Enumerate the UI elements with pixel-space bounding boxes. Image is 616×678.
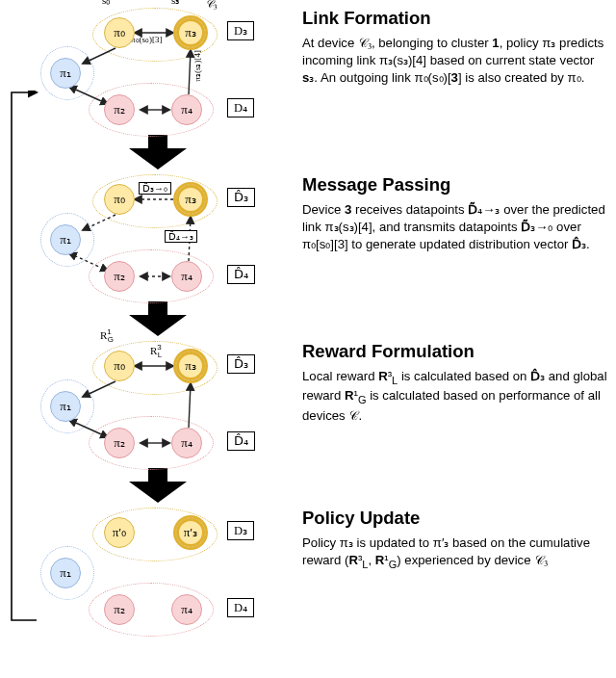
edge-label-p0s03: π₀(s₀)[3] <box>131 35 163 44</box>
node-pi1: π₁ <box>50 558 81 588</box>
dist-D4hat-box: D̂₄ <box>227 431 255 451</box>
stage-link-formation: s₀ s₃ 𝒞₃ π₀(s₀)[3] π₃(s₃)[4] π₀ π₃ π₁ π₂… <box>6 8 610 133</box>
node-pi1: π₁ <box>50 391 81 422</box>
node-pi3: π₃ <box>175 184 206 215</box>
graph-stage1: s₀ s₃ 𝒞₃ π₀(s₀)[3] π₃(s₃)[4] π₀ π₃ π₁ π₂… <box>46 8 268 133</box>
node-pi4: π₄ <box>171 428 202 458</box>
node-pi4: π₄ <box>171 94 202 125</box>
node-pi4: π₄ <box>171 261 202 292</box>
dist-D3hat-box: D̂₃ <box>227 354 255 374</box>
node-pi2: π₂ <box>104 94 135 125</box>
stage1-body: At device 𝒞₃, belonging to cluster 1, po… <box>302 35 610 86</box>
node-pi2: π₂ <box>104 428 135 458</box>
node-pi0-prime: π′₀ <box>104 517 135 548</box>
stage4-heading: Policy Update <box>302 508 610 529</box>
node-pi3-prime: π′₃ <box>175 517 206 548</box>
stage2-heading: Message Passing <box>302 174 610 196</box>
stage4-body: Policy π₃ is updated to π′₃ based on the… <box>302 535 610 571</box>
stage3-body: Local reward R³L is calculated based on … <box>302 368 610 425</box>
reward-global-label: R1G <box>100 327 114 344</box>
device-c3-label: 𝒞₃ <box>206 0 218 11</box>
stage3-heading: Reward Formulation <box>302 341 610 362</box>
graph-stage4: π′₀ π′₃ π₁ π₂ π₄ D₃ D₄ <box>46 508 268 633</box>
dist-D4-box: D₄ <box>227 598 254 617</box>
graph-stage3: R1G R3L π₀ π₃ π₁ π₂ π₄ D̂₃ D̂₄ <box>46 341 268 466</box>
dist-D4hat-box: D̂₄ <box>227 265 255 284</box>
node-pi2: π₂ <box>104 261 135 292</box>
down-arrow-3 <box>129 468 187 503</box>
node-pi3: π₃ <box>175 351 206 381</box>
dist-D4-box: D₄ <box>227 98 254 117</box>
dist-D3hat-box: D̂₃ <box>227 188 255 207</box>
stage-reward-formulation: R1G R3L π₀ π₃ π₁ π₂ π₄ D̂₃ D̂₄ Reward Fo… <box>6 341 610 466</box>
dist-D3-box: D₃ <box>227 21 254 40</box>
stage2-body: Device 3 receives datapoints D̃₄→₃ over … <box>302 201 610 252</box>
stage-message-passing: D̃₃→₀ D̃₄→₃ π₀ π₃ π₁ π₂ π₄ D̂₃ D̂₄ Messa… <box>6 174 610 300</box>
stage1-heading: Link Formation <box>302 8 610 29</box>
graph-stage2: D̃₃→₀ D̃₄→₃ π₀ π₃ π₁ π₂ π₄ D̂₃ D̂₄ <box>46 174 268 300</box>
node-pi2: π₂ <box>104 594 135 625</box>
dist-D3-box: D₃ <box>227 521 254 540</box>
node-pi4: π₄ <box>171 594 202 625</box>
state-s3-label: s₃ <box>171 0 179 7</box>
node-pi0: π₀ <box>104 184 135 215</box>
node-pi1: π₁ <box>50 224 81 255</box>
state-s0-label: s₀ <box>102 0 110 7</box>
node-pi3: π₃ <box>175 17 206 48</box>
node-pi1: π₁ <box>50 58 81 89</box>
edge-label-p3s34: π₃(s₃)[4] <box>192 50 202 82</box>
msg-box-4to3: D̃₄→₃ <box>165 230 197 243</box>
msg-box-3to0: D̃₃→₀ <box>139 182 171 195</box>
down-arrow-2 <box>129 301 187 336</box>
node-pi0: π₀ <box>104 17 135 48</box>
reward-local-label: R3L <box>150 343 162 359</box>
stage-policy-update: π′₀ π′₃ π₁ π₂ π₄ D₃ D₄ Policy Update Pol… <box>6 508 610 633</box>
node-pi0: π₀ <box>104 351 135 381</box>
down-arrow-1 <box>129 135 187 170</box>
